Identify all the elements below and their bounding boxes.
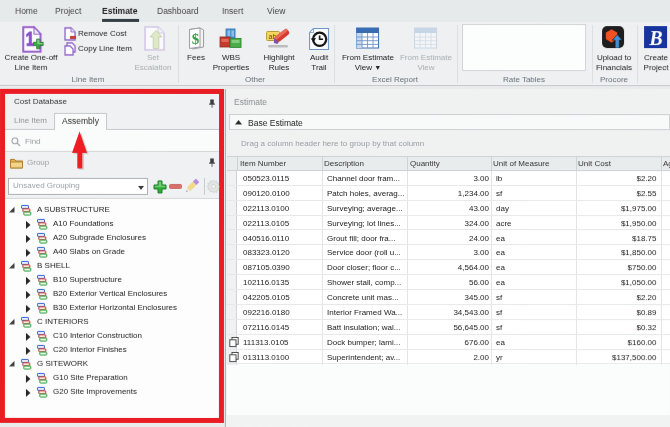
svg-text:$: $	[192, 30, 200, 46]
svg-text:B: B	[648, 27, 662, 49]
